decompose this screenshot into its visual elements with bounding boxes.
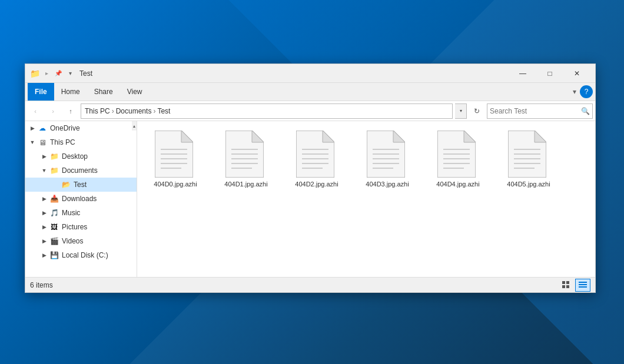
sidebar-label-local-disk: Local Disk (C:) <box>62 251 108 259</box>
ribbon-tabs: File Home Share View ▾ ? <box>25 83 595 101</box>
close-button[interactable]: ✕ <box>563 64 590 83</box>
file-icon-2 <box>296 131 337 178</box>
sidebar-item-documents[interactable]: ▼ 📁 Documents <box>25 163 137 178</box>
svg-marker-22 <box>393 131 405 142</box>
minimize-button[interactable]: — <box>509 64 536 83</box>
sidebar-label-onedrive: OneDrive <box>50 124 80 132</box>
pin-icon: 📌 <box>54 69 63 78</box>
address-path[interactable]: This PC › Documents › Test <box>81 103 453 119</box>
file-explorer-window: 📁 ▸ 📌 ▾ Test — □ ✕ File Home Share View … <box>25 64 596 293</box>
sidebar-item-downloads[interactable]: ▶ 📥 Downloads <box>25 192 137 206</box>
help-button[interactable]: ? <box>580 85 593 98</box>
tab-share[interactable]: Share <box>87 83 120 101</box>
path-documents[interactable]: Documents <box>116 107 152 115</box>
window-title: Test <box>79 69 509 78</box>
file-icon-5 <box>508 131 549 178</box>
file-icon-4 <box>437 131 479 178</box>
svg-rect-44 <box>562 285 565 288</box>
sidebar-item-videos[interactable]: ▶ 🎬 Videos <box>25 234 137 248</box>
sidebar-label-videos: Videos <box>62 237 83 245</box>
file-item-1[interactable]: 404D1.jpg.azhi <box>214 127 278 192</box>
file-name-3: 404D3.jpg.azhi <box>366 180 409 188</box>
title-bar-icons: 📁 ▸ 📌 ▾ <box>30 69 75 78</box>
documents-folder-icon: 📁 <box>49 165 59 176</box>
file-name-0: 404D0.jpg.azhi <box>154 180 197 188</box>
maximize-button[interactable]: □ <box>536 64 563 83</box>
downloads-expander[interactable]: ▶ <box>39 194 49 203</box>
onedrive-expander[interactable]: ▶ <box>28 123 37 133</box>
folder-icon: 📁 <box>30 69 39 78</box>
forward-button[interactable]: › <box>45 103 61 119</box>
ribbon: File Home Share View ▾ ? <box>25 83 595 101</box>
file-item-0[interactable]: 404D0.jpg.azhi <box>143 127 208 192</box>
file-item-4[interactable]: 404D4.jpg.azhi <box>426 127 490 192</box>
address-dropdown-button[interactable]: ▾ <box>455 103 467 119</box>
file-item-3[interactable]: 404D3.jpg.azhi <box>355 127 420 192</box>
sidebar-label-documents: Documents <box>62 166 98 175</box>
tab-file[interactable]: File <box>28 83 54 101</box>
ribbon-chevron-icon[interactable]: ▾ <box>569 88 580 96</box>
address-bar: ‹ › ↑ This PC › Documents › Test ▾ ↻ 🔍 <box>25 101 595 121</box>
path-this-pc[interactable]: This PC <box>85 107 110 115</box>
sidebar-label-pictures: Pictures <box>62 223 87 231</box>
file-name-4: 404D4.jpg.azhi <box>436 180 479 188</box>
path-sep-1: › <box>112 107 114 115</box>
sidebar-item-pictures[interactable]: ▶ 🖼 Pictures <box>25 220 137 234</box>
sidebar-item-desktop[interactable]: ▶ 📁 Desktop <box>25 149 137 163</box>
this-pc-icon: 🖥 <box>37 137 48 148</box>
desktop-folder-icon: 📁 <box>49 151 59 162</box>
search-box[interactable]: 🔍 <box>487 103 593 119</box>
title-bar: 📁 ▸ 📌 ▾ Test — □ ✕ <box>25 64 595 83</box>
test-folder-icon: 📂 <box>61 179 71 190</box>
sidebar-label-test: Test <box>74 181 87 189</box>
sidebar-item-test[interactable]: ▶ 📂 Test <box>25 178 137 192</box>
file-name-1: 404D1.jpg.azhi <box>224 180 267 188</box>
sidebar-item-local-disk[interactable]: ▶ 💾 Local Disk (C:) <box>25 248 137 262</box>
sidebar-label-this-pc: This PC <box>50 138 75 146</box>
path-test[interactable]: Test <box>157 107 170 115</box>
svg-marker-15 <box>323 131 334 142</box>
refresh-button[interactable]: ↻ <box>469 103 484 119</box>
svg-marker-1 <box>181 131 193 142</box>
back-button[interactable]: ‹ <box>28 103 43 119</box>
sidebar: ▲ ▶ ☁ OneDrive ▼ 🖥 This PC ▶ 📁 Desktop <box>25 121 137 277</box>
desktop-expander[interactable]: ▶ <box>39 152 49 161</box>
view-list-button[interactable] <box>575 279 590 292</box>
pictures-expander[interactable]: ▶ <box>39 222 49 232</box>
svg-rect-43 <box>566 281 569 284</box>
videos-expander[interactable]: ▶ <box>39 236 49 246</box>
sidebar-item-music[interactable]: ▶ 🎵 Music <box>25 206 137 220</box>
search-input[interactable] <box>490 107 581 115</box>
svg-rect-48 <box>579 286 587 288</box>
svg-rect-46 <box>579 282 587 283</box>
svg-rect-47 <box>579 284 587 285</box>
file-icon-1 <box>225 131 267 178</box>
tab-home[interactable]: Home <box>54 83 87 101</box>
file-view: 404D0.jpg.azhi 404D1.jpg.azhi <box>137 121 595 277</box>
this-pc-expander[interactable]: ▼ <box>28 138 37 147</box>
file-item-5[interactable]: 404D5.jpg.azhi <box>496 127 561 192</box>
view-list-icon <box>579 281 587 289</box>
up-button[interactable]: ↑ <box>63 103 78 119</box>
view-grid-icon <box>562 281 570 289</box>
music-folder-icon: 🎵 <box>49 208 59 218</box>
local-disk-expander[interactable]: ▶ <box>39 251 49 260</box>
dropdown-arrow-icon: ▾ <box>65 69 75 78</box>
search-button[interactable]: 🔍 <box>581 107 590 115</box>
file-item-2[interactable]: 404D2.jpg.azhi <box>284 127 349 192</box>
sidebar-item-this-pc[interactable]: ▼ 🖥 This PC <box>25 135 137 149</box>
videos-folder-icon: 🎬 <box>49 236 59 246</box>
view-grid-button[interactable] <box>559 279 574 292</box>
music-expander[interactable]: ▶ <box>39 208 49 218</box>
svg-rect-42 <box>562 281 565 284</box>
file-icon-3 <box>367 131 408 178</box>
svg-marker-29 <box>464 131 476 142</box>
documents-expander[interactable]: ▼ <box>39 166 49 175</box>
view-buttons <box>559 279 590 292</box>
local-disk-icon: 💾 <box>49 250 59 261</box>
svg-marker-36 <box>535 131 546 142</box>
sidebar-item-onedrive[interactable]: ▶ ☁ OneDrive <box>25 121 137 135</box>
sidebar-scroll-up[interactable]: ▲ <box>132 121 137 131</box>
tab-view[interactable]: View <box>120 83 150 101</box>
sidebar-label-desktop: Desktop <box>62 152 88 161</box>
